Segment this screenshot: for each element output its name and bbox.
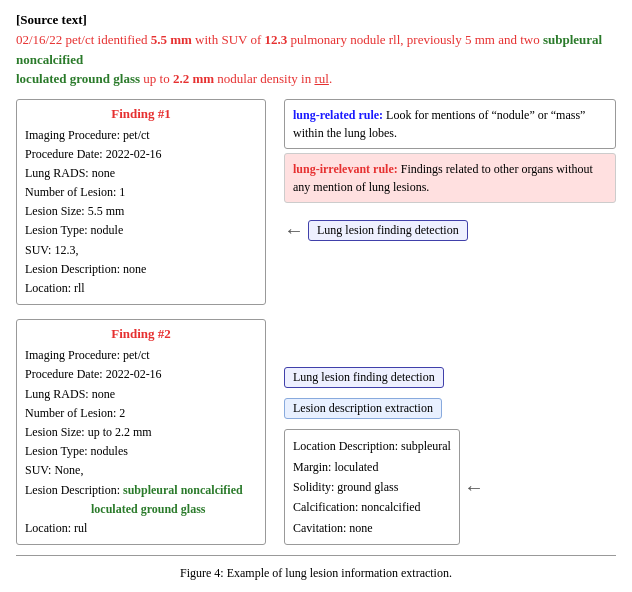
finding1-box: Finding #1 Imaging Procedure: pet/ct Pro… <box>16 99 266 306</box>
finding2-tag-row: Lung lesion finding detection <box>284 367 616 388</box>
finding1-detail-5: Lesion Type: nodule <box>25 221 257 240</box>
lesion-desc-arrow-row: Location Description: subpleural Margin:… <box>284 429 616 545</box>
rules-section: lung-related rule: Look for mentions of … <box>284 99 616 203</box>
lesion-desc-2: Solidity: ground glass <box>293 477 451 497</box>
finding1-detail-2: Lung RADS: none <box>25 164 257 183</box>
lesion-tag-row: Lesion description extraction <box>284 398 616 419</box>
finding2-detail-4: Lesion Size: up to 2.2 mm <box>25 423 257 442</box>
finding1-detail-8: Location: rll <box>25 279 257 298</box>
finding2-detail-2: Lung RADS: none <box>25 385 257 404</box>
finding2-detail-6: SUV: None, <box>25 461 257 480</box>
finding2-detail-1: Procedure Date: 2022-02-16 <box>25 365 257 384</box>
finding2-box: Finding #2 Imaging Procedure: pet/ct Pro… <box>16 319 266 545</box>
finding1-detail-4: Lesion Size: 5.5 mm <box>25 202 257 221</box>
lesion-desc-0: Location Description: subpleural <box>293 436 451 456</box>
finding1-tag-row: ← Lung lesion finding detection <box>284 219 616 242</box>
lesion-desc-box: Location Description: subpleural Margin:… <box>284 429 460 545</box>
finding2-detail-7: Lesion Description: subpleural noncalcif… <box>25 481 257 519</box>
finding2-detail-5: Lesion Type: nodules <box>25 442 257 461</box>
source-text: 02/16/22 pet/ct identified 5.5 mm with S… <box>16 30 616 89</box>
finding2-details: Imaging Procedure: pet/ct Procedure Date… <box>25 346 257 538</box>
lesion-tag: Lesion description extraction <box>284 398 442 419</box>
lung-related-label: lung-related rule: <box>293 108 383 122</box>
figure-divider <box>16 555 616 556</box>
lung-irrelevant-label: lung-irrelevant rule: <box>293 162 398 176</box>
figure-caption: Figure 4: Example of lung lesion informa… <box>16 566 616 581</box>
lesion-desc-3: Calcification: noncalcified <box>293 497 451 517</box>
left-column: Finding #1 Imaging Procedure: pet/ct Pro… <box>16 99 266 546</box>
main-content: Finding #1 Imaging Procedure: pet/ct Pro… <box>16 99 616 546</box>
lung-irrelevant-rule-box: lung-irrelevant rule: Findings related t… <box>284 153 616 203</box>
right-column: lung-related rule: Look for mentions of … <box>274 99 616 546</box>
finding2-detail-3: Number of Lesion: 2 <box>25 404 257 423</box>
finding1-detail-0: Imaging Procedure: pet/ct <box>25 126 257 145</box>
finding1-detail-6: SUV: 12.3, <box>25 241 257 260</box>
arrow-left-1: ← <box>284 219 304 242</box>
finding1-details: Imaging Procedure: pet/ct Procedure Date… <box>25 126 257 299</box>
finding1-title: Finding #1 <box>25 106 257 122</box>
lung-related-rule-box: lung-related rule: Look for mentions of … <box>284 99 616 149</box>
finding1-detail-7: Lesion Description: none <box>25 260 257 279</box>
lesion-desc-1: Margin: loculated <box>293 457 451 477</box>
finding2-tag: Lung lesion finding detection <box>284 367 444 388</box>
lesion-desc-4: Cavitation: none <box>293 518 451 538</box>
arrow-left-2: ← <box>464 476 484 499</box>
finding2-title: Finding #2 <box>25 326 257 342</box>
finding1-tag: Lung lesion finding detection <box>308 220 468 241</box>
finding2-detail-0: Imaging Procedure: pet/ct <box>25 346 257 365</box>
finding1-detail-3: Number of Lesion: 1 <box>25 183 257 202</box>
finding2-detail-8: Location: rul <box>25 519 257 538</box>
source-label: [Source text] <box>16 12 616 28</box>
finding1-detail-1: Procedure Date: 2022-02-16 <box>25 145 257 164</box>
